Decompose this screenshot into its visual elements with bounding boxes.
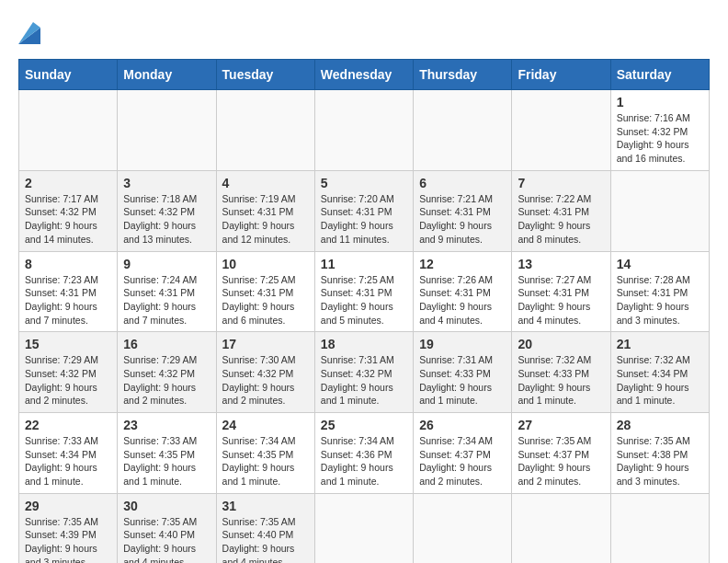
calendar-cell: 5Sunrise: 7:20 AMSunset: 4:31 PMDaylight… bbox=[314, 170, 413, 251]
calendar-cell: 31Sunrise: 7:35 AMSunset: 4:40 PMDayligh… bbox=[216, 493, 314, 563]
cell-info: Sunrise: 7:23 AMSunset: 4:31 PMDaylight:… bbox=[25, 273, 111, 327]
day-number: 6 bbox=[419, 176, 506, 190]
calendar-cell: 8Sunrise: 7:23 AMSunset: 4:31 PMDaylight… bbox=[19, 251, 118, 332]
day-number: 19 bbox=[419, 337, 506, 351]
cell-info: Sunrise: 7:25 AMSunset: 4:31 PMDaylight:… bbox=[222, 273, 309, 327]
logo bbox=[18, 18, 44, 44]
day-number: 16 bbox=[123, 337, 210, 351]
cell-info: Sunrise: 7:32 AMSunset: 4:34 PMDaylight:… bbox=[617, 353, 703, 408]
cell-info: Sunrise: 7:27 AMSunset: 4:31 PMDaylight:… bbox=[518, 273, 604, 327]
calendar-cell: 25Sunrise: 7:34 AMSunset: 4:36 PMDayligh… bbox=[314, 413, 413, 494]
day-number: 20 bbox=[518, 337, 604, 351]
day-number: 5 bbox=[321, 176, 407, 190]
day-number: 14 bbox=[617, 257, 703, 271]
calendar-header-row: SundayMondayTuesdayWednesdayThursdayFrid… bbox=[19, 60, 710, 90]
calendar-cell bbox=[610, 493, 709, 563]
calendar-cell: 29Sunrise: 7:35 AMSunset: 4:39 PMDayligh… bbox=[19, 493, 118, 563]
day-number: 2 bbox=[25, 176, 111, 190]
calendar-cell bbox=[19, 90, 118, 171]
cell-info: Sunrise: 7:30 AMSunset: 4:32 PMDaylight:… bbox=[222, 353, 309, 408]
cell-info: Sunrise: 7:16 AMSunset: 4:32 PMDaylight:… bbox=[617, 111, 703, 166]
day-number: 31 bbox=[222, 499, 309, 513]
day-number: 24 bbox=[222, 418, 309, 432]
day-number: 1 bbox=[617, 95, 703, 109]
cell-info: Sunrise: 7:33 AMSunset: 4:35 PMDaylight:… bbox=[123, 434, 210, 488]
calendar-cell: 9Sunrise: 7:24 AMSunset: 4:31 PMDaylight… bbox=[118, 251, 216, 332]
calendar-cell bbox=[414, 493, 512, 563]
day-number: 13 bbox=[518, 257, 604, 271]
calendar-body: 1Sunrise: 7:16 AMSunset: 4:32 PMDaylight… bbox=[19, 90, 710, 564]
cell-info: Sunrise: 7:20 AMSunset: 4:31 PMDaylight:… bbox=[321, 192, 407, 247]
cell-info: Sunrise: 7:35 AMSunset: 4:37 PMDaylight:… bbox=[518, 434, 604, 488]
cell-info: Sunrise: 7:35 AMSunset: 4:40 PMDaylight:… bbox=[123, 515, 210, 563]
day-number: 12 bbox=[419, 257, 506, 271]
calendar-cell: 11Sunrise: 7:25 AMSunset: 4:31 PMDayligh… bbox=[314, 251, 413, 332]
day-number: 18 bbox=[321, 337, 407, 351]
cell-info: Sunrise: 7:35 AMSunset: 4:40 PMDaylight:… bbox=[222, 515, 309, 563]
calendar-cell bbox=[314, 90, 413, 171]
calendar-cell bbox=[118, 90, 216, 171]
cell-info: Sunrise: 7:19 AMSunset: 4:31 PMDaylight:… bbox=[222, 192, 309, 247]
day-number: 29 bbox=[25, 499, 111, 513]
calendar-cell: 6Sunrise: 7:21 AMSunset: 4:31 PMDaylight… bbox=[414, 170, 512, 251]
calendar-table: SundayMondayTuesdayWednesdayThursdayFrid… bbox=[18, 59, 710, 563]
day-number: 15 bbox=[25, 337, 111, 351]
day-number: 22 bbox=[25, 418, 111, 432]
calendar-cell bbox=[610, 170, 709, 251]
day-number: 17 bbox=[222, 337, 309, 351]
cell-info: Sunrise: 7:29 AMSunset: 4:32 PMDaylight:… bbox=[123, 353, 210, 408]
calendar-cell bbox=[314, 493, 413, 563]
calendar-cell: 30Sunrise: 7:35 AMSunset: 4:40 PMDayligh… bbox=[118, 493, 216, 563]
cell-info: Sunrise: 7:34 AMSunset: 4:36 PMDaylight:… bbox=[321, 434, 407, 488]
calendar-cell: 17Sunrise: 7:30 AMSunset: 4:32 PMDayligh… bbox=[216, 332, 314, 413]
day-header-wednesday: Wednesday bbox=[314, 60, 413, 90]
day-number: 7 bbox=[518, 176, 604, 190]
week-row-2: 2Sunrise: 7:17 AMSunset: 4:32 PMDaylight… bbox=[19, 170, 710, 251]
day-number: 8 bbox=[25, 257, 111, 271]
calendar-cell: 15Sunrise: 7:29 AMSunset: 4:32 PMDayligh… bbox=[19, 332, 118, 413]
day-number: 30 bbox=[123, 499, 210, 513]
calendar-cell: 21Sunrise: 7:32 AMSunset: 4:34 PMDayligh… bbox=[610, 332, 709, 413]
calendar-cell: 3Sunrise: 7:18 AMSunset: 4:32 PMDaylight… bbox=[118, 170, 216, 251]
calendar-cell: 27Sunrise: 7:35 AMSunset: 4:37 PMDayligh… bbox=[512, 413, 610, 494]
calendar-cell: 28Sunrise: 7:35 AMSunset: 4:38 PMDayligh… bbox=[610, 413, 709, 494]
calendar-cell: 16Sunrise: 7:29 AMSunset: 4:32 PMDayligh… bbox=[118, 332, 216, 413]
cell-info: Sunrise: 7:35 AMSunset: 4:38 PMDaylight:… bbox=[617, 434, 703, 488]
day-number: 27 bbox=[518, 418, 604, 432]
calendar-cell: 22Sunrise: 7:33 AMSunset: 4:34 PMDayligh… bbox=[19, 413, 118, 494]
week-row-3: 8Sunrise: 7:23 AMSunset: 4:31 PMDaylight… bbox=[19, 251, 710, 332]
cell-info: Sunrise: 7:29 AMSunset: 4:32 PMDaylight:… bbox=[25, 353, 111, 408]
calendar-cell: 18Sunrise: 7:31 AMSunset: 4:32 PMDayligh… bbox=[314, 332, 413, 413]
cell-info: Sunrise: 7:35 AMSunset: 4:39 PMDaylight:… bbox=[25, 515, 111, 563]
cell-info: Sunrise: 7:33 AMSunset: 4:34 PMDaylight:… bbox=[25, 434, 111, 488]
week-row-1: 1Sunrise: 7:16 AMSunset: 4:32 PMDaylight… bbox=[19, 90, 710, 171]
day-header-saturday: Saturday bbox=[610, 60, 709, 90]
cell-info: Sunrise: 7:31 AMSunset: 4:32 PMDaylight:… bbox=[321, 353, 407, 408]
cell-info: Sunrise: 7:17 AMSunset: 4:32 PMDaylight:… bbox=[25, 192, 111, 247]
calendar-cell: 14Sunrise: 7:28 AMSunset: 4:31 PMDayligh… bbox=[610, 251, 709, 332]
calendar-cell: 7Sunrise: 7:22 AMSunset: 4:31 PMDaylight… bbox=[512, 170, 610, 251]
day-number: 11 bbox=[321, 257, 407, 271]
cell-info: Sunrise: 7:26 AMSunset: 4:31 PMDaylight:… bbox=[419, 273, 506, 327]
calendar-cell: 10Sunrise: 7:25 AMSunset: 4:31 PMDayligh… bbox=[216, 251, 314, 332]
calendar-cell: 20Sunrise: 7:32 AMSunset: 4:33 PMDayligh… bbox=[512, 332, 610, 413]
calendar-cell bbox=[414, 90, 512, 171]
cell-info: Sunrise: 7:25 AMSunset: 4:31 PMDaylight:… bbox=[321, 273, 407, 327]
day-number: 28 bbox=[617, 418, 703, 432]
calendar-cell: 2Sunrise: 7:17 AMSunset: 4:32 PMDaylight… bbox=[19, 170, 118, 251]
day-header-tuesday: Tuesday bbox=[216, 60, 314, 90]
day-number: 9 bbox=[123, 257, 210, 271]
calendar-cell: 24Sunrise: 7:34 AMSunset: 4:35 PMDayligh… bbox=[216, 413, 314, 494]
calendar-cell: 23Sunrise: 7:33 AMSunset: 4:35 PMDayligh… bbox=[118, 413, 216, 494]
cell-info: Sunrise: 7:34 AMSunset: 4:35 PMDaylight:… bbox=[222, 434, 309, 488]
cell-info: Sunrise: 7:24 AMSunset: 4:31 PMDaylight:… bbox=[123, 273, 210, 327]
calendar-cell bbox=[216, 90, 314, 171]
cell-info: Sunrise: 7:18 AMSunset: 4:32 PMDaylight:… bbox=[123, 192, 210, 247]
day-header-thursday: Thursday bbox=[414, 60, 512, 90]
day-number: 21 bbox=[617, 337, 703, 351]
cell-info: Sunrise: 7:32 AMSunset: 4:33 PMDaylight:… bbox=[518, 353, 604, 408]
week-row-5: 22Sunrise: 7:33 AMSunset: 4:34 PMDayligh… bbox=[19, 413, 710, 494]
calendar-cell bbox=[512, 90, 610, 171]
cell-info: Sunrise: 7:34 AMSunset: 4:37 PMDaylight:… bbox=[419, 434, 506, 488]
cell-info: Sunrise: 7:22 AMSunset: 4:31 PMDaylight:… bbox=[518, 192, 604, 247]
